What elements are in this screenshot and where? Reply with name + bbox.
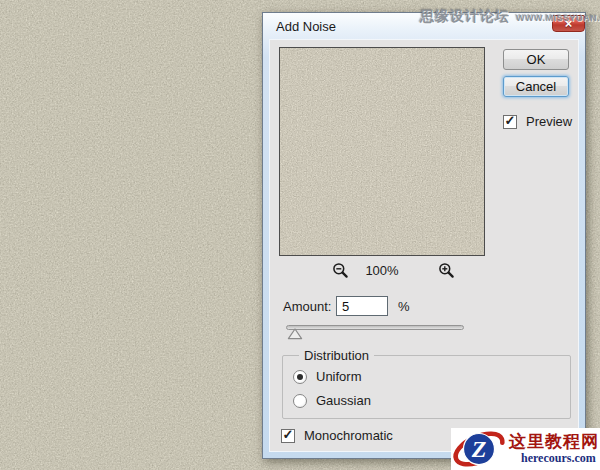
amount-slider-thumb[interactable] [287,328,303,340]
distribution-group-label: Distribution [299,348,374,363]
site-logo-title: 这里教程网 [509,433,599,451]
close-button[interactable]: × [552,15,585,32]
amount-unit: % [398,299,410,314]
distribution-group: Distribution Uniform Gaussian [282,355,571,419]
amount-input[interactable] [336,296,388,316]
dialog-title: Add Noise [276,19,336,34]
dialog-titlebar[interactable]: Add Noise [263,13,585,39]
add-noise-dialog: Add Noise × [262,12,586,459]
site-logo-text: 这里教程网 herecours.com [509,433,599,464]
radio-uniform-label: Uniform [316,369,362,384]
preview-checkbox[interactable]: ✓ [503,115,517,129]
amount-label: Amount: [283,299,331,314]
radio-uniform-circle[interactable] [293,370,307,384]
preview-noise-texture [280,48,484,255]
radio-gaussian-circle[interactable] [293,394,307,408]
ok-button[interactable]: OK [503,49,569,70]
radio-gaussian-label: Gaussian [316,393,371,408]
site-logo-icon: Z [451,428,508,470]
preview-option[interactable]: ✓ Preview [503,114,572,129]
amount-slider-track[interactable] [286,325,464,330]
zoom-in-icon[interactable] [438,262,455,279]
preview-label: Preview [526,114,572,129]
check-icon: ✓ [283,428,294,441]
monochromatic-option[interactable]: ✓ Monochromatic [281,428,393,443]
monochromatic-checkbox[interactable]: ✓ [281,429,295,443]
site-logo-domain: herecours.com [521,452,596,465]
close-icon: × [565,17,573,30]
radio-uniform[interactable]: Uniform [293,369,362,384]
check-icon: ✓ [505,114,516,127]
zoom-controls: 100% [279,262,485,280]
dialog-body: 100% Amount: % Distribution [269,39,579,452]
noise-preview[interactable] [279,47,485,256]
svg-text:Z: Z [471,436,487,462]
monochromatic-label: Monochromatic [304,428,393,443]
site-logo: Z 这里教程网 herecours.com [451,428,600,470]
cancel-button[interactable]: Cancel [503,76,569,97]
radio-gaussian[interactable]: Gaussian [293,393,371,408]
